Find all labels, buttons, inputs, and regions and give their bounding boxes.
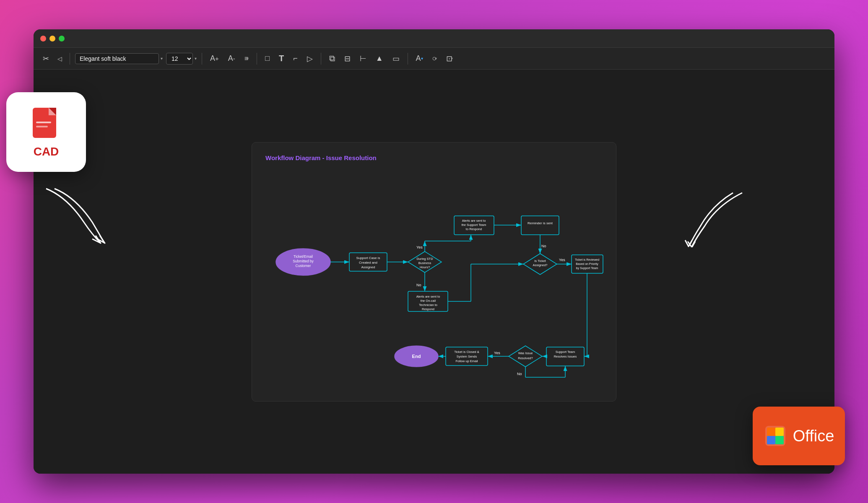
svg-text:Reminder is sent: Reminder is sent: [528, 221, 553, 225]
font-size-select[interactable]: 12: [166, 53, 193, 65]
align-left-button[interactable]: ⊢: [357, 52, 369, 65]
highlight-button[interactable]: A▾: [413, 52, 426, 65]
svg-text:to Respond: to Respond: [466, 227, 482, 231]
back-button[interactable]: ◁: [55, 54, 65, 64]
align-button[interactable]: ≡▾: [242, 53, 252, 65]
svg-text:Follow up Email: Follow up Email: [456, 359, 478, 363]
table-button[interactable]: ⊟: [341, 52, 353, 65]
cad-label: CAD: [34, 145, 59, 158]
svg-text:Created and: Created and: [359, 261, 377, 264]
svg-text:System Sends: System Sends: [457, 355, 477, 358]
svg-text:No: No: [517, 372, 522, 376]
svg-text:Ticket is Reviewed: Ticket is Reviewed: [575, 258, 599, 261]
svg-text:Support Team: Support Team: [556, 350, 575, 354]
text-decrease-button[interactable]: A-: [225, 52, 238, 65]
svg-text:the Support Team: the Support Team: [461, 223, 486, 227]
svg-text:Submitted by: Submitted by: [293, 259, 314, 263]
svg-rect-78: [767, 436, 775, 444]
text-tool-button[interactable]: T: [276, 52, 287, 65]
connector-tool-button[interactable]: ⌐: [290, 52, 301, 65]
svg-text:Assigned: Assigned: [361, 265, 375, 269]
svg-text:Yes: Yes: [416, 245, 423, 249]
svg-rect-79: [775, 436, 784, 444]
diagram-title: Workflow Diagram - Issue Resolution: [265, 154, 603, 161]
svg-text:Assigned?: Assigned?: [533, 263, 547, 267]
layers-button[interactable]: ⧉: [326, 52, 338, 65]
separator-5: [408, 53, 408, 65]
toolbar: ✂ ◁ ▾ 12 ▾ A+ A- ≡▾ □ T ⌐ ▷ ⧉ ⊟ ⊢ ▲ ▭ A▾…: [34, 48, 834, 70]
svg-text:Based on Priority: Based on Priority: [576, 262, 598, 266]
svg-text:No: No: [541, 244, 546, 248]
app-window: ✂ ◁ ▾ 12 ▾ A+ A- ≡▾ □ T ⌐ ▷ ⧉ ⊟ ⊢ ▲ ▭ A▾…: [34, 29, 834, 474]
crop-button[interactable]: ⊡▾: [443, 52, 456, 65]
arrow-right-decoration: [683, 184, 751, 247]
svg-text:Business: Business: [418, 261, 431, 265]
svg-text:Support Case is: Support Case is: [356, 256, 380, 260]
svg-text:Alerts are sent to: Alerts are sent to: [416, 295, 440, 298]
svg-text:Respond: Respond: [422, 307, 434, 311]
svg-text:Resolved?: Resolved?: [518, 356, 533, 360]
scissors-button[interactable]: ✂: [40, 52, 52, 65]
traffic-light-red[interactable]: [40, 36, 46, 41]
separator-1: [70, 53, 70, 65]
font-size-dropdown-arrow[interactable]: ▾: [195, 56, 197, 61]
text-increase-button[interactable]: A+: [207, 52, 222, 65]
diagram-container: Workflow Diagram - Issue Resolution Tick…: [252, 142, 616, 402]
office-label: Office: [793, 427, 834, 445]
font-name-dropdown-arrow[interactable]: ▾: [161, 56, 163, 61]
svg-text:Is Ticket: Is Ticket: [534, 259, 546, 263]
traffic-light-yellow[interactable]: [49, 36, 55, 41]
svg-rect-73: [36, 122, 51, 123]
separator-4: [321, 53, 321, 65]
svg-text:Customer: Customer: [296, 264, 311, 268]
triangle-button[interactable]: ▲: [373, 52, 386, 65]
office-logo-svg: [764, 424, 787, 448]
svg-text:Ticket is Closed &: Ticket is Closed &: [454, 350, 479, 354]
svg-text:Resolves Issues: Resolves Issues: [554, 355, 577, 358]
svg-text:by Support Team: by Support Team: [576, 267, 598, 270]
svg-text:No: No: [416, 283, 421, 287]
office-icon: Office: [753, 407, 845, 465]
svg-rect-25: [521, 216, 559, 235]
svg-text:Hours?: Hours?: [420, 265, 430, 269]
traffic-light-green[interactable]: [59, 36, 65, 41]
canvas-area[interactable]: Workflow Diagram - Issue Resolution Tick…: [34, 70, 834, 474]
font-name-input[interactable]: [75, 53, 159, 64]
svg-text:Technician to: Technician to: [419, 303, 437, 307]
separator-2: [202, 53, 202, 65]
svg-rect-74: [36, 126, 48, 127]
svg-text:End: End: [412, 354, 421, 359]
svg-text:Was Issue: Was Issue: [518, 351, 533, 355]
circle-button[interactable]: ○▾: [429, 52, 440, 65]
svg-rect-77: [775, 428, 784, 436]
svg-text:During STD: During STD: [416, 257, 433, 261]
separator-3: [257, 53, 257, 65]
svg-text:the On-call: the On-call: [421, 299, 436, 303]
svg-text:Ticket/Email: Ticket/Email: [294, 254, 313, 259]
svg-text:Yes: Yes: [559, 258, 565, 262]
box-button[interactable]: ▭: [390, 52, 403, 65]
rectangle-tool-button[interactable]: □: [262, 52, 273, 65]
cad-icon: CAD: [6, 92, 86, 172]
arrow-left-decoration: [34, 180, 109, 247]
svg-text:Yes: Yes: [494, 351, 500, 355]
pointer-tool-button[interactable]: ▷: [304, 52, 316, 65]
title-bar: [34, 29, 834, 48]
flowchart-svg: Ticket/Email Submitted by Customer Suppo…: [265, 170, 605, 388]
cad-file-svg: [29, 106, 63, 143]
svg-rect-76: [767, 428, 775, 436]
svg-text:Alerts are sent to: Alerts are sent to: [462, 219, 486, 223]
